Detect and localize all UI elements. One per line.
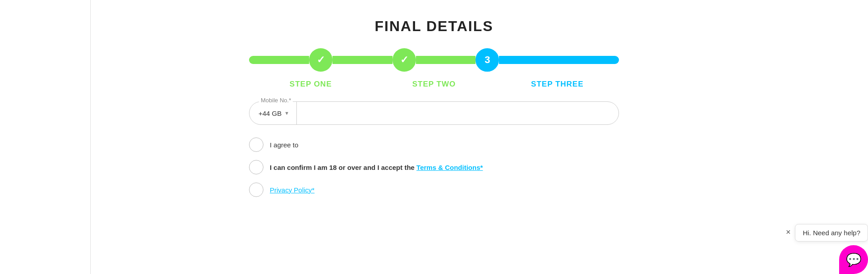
privacy-label: Privacy Policy*	[270, 186, 314, 194]
step1-label: STEP ONE	[249, 80, 372, 89]
step3-connector	[499, 56, 559, 64]
step3-number: 3	[485, 54, 490, 66]
terms-row: I can confirm I am 18 or over and I acce…	[249, 160, 619, 174]
mobile-field-inner: +44 GB ▼	[249, 101, 619, 125]
step3-circle: 3	[476, 48, 499, 72]
chevron-down-icon: ▼	[284, 110, 289, 116]
terms-label-start: I can confirm I am 18 or over and I acce…	[270, 164, 416, 171]
chat-bubble-container: × Hi. Need any help?	[786, 224, 868, 245]
agree-checkbox[interactable]	[249, 137, 263, 152]
page-title: FINAL DETAILS	[374, 18, 493, 35]
stepper: ✓ ✓ 3	[249, 48, 619, 72]
step3-bar-right	[559, 56, 619, 64]
main-container: FINAL DETAILS ✓ ✓ 3 STEP ONE STEP TWO ST…	[217, 9, 651, 197]
chat-bubble-icon: 💬	[846, 252, 862, 267]
privacy-checkbox[interactable]	[249, 183, 263, 197]
step1-circle: ✓	[309, 48, 332, 72]
mobile-number-input[interactable]	[297, 109, 619, 117]
agree-row: I agree to	[249, 137, 619, 152]
country-selector[interactable]: +44 GB ▼	[249, 102, 297, 124]
chat-close-button[interactable]: ×	[786, 228, 791, 237]
step3-label: STEP THREE	[496, 80, 619, 89]
step2-circle: ✓	[392, 48, 416, 72]
terms-link[interactable]: Terms & Conditions*	[416, 164, 483, 171]
step2-connector-right	[416, 56, 476, 64]
mobile-field-wrapper: Mobile No.* +44 GB ▼	[249, 101, 619, 125]
chat-message: Hi. Need any help?	[795, 224, 868, 242]
chat-widget: × Hi. Need any help? 💬	[786, 224, 868, 274]
step2-label: STEP TWO	[372, 80, 495, 89]
left-sidebar-line	[90, 0, 91, 274]
step1-bar-left	[249, 56, 309, 64]
country-code: +44 GB	[259, 110, 282, 117]
chat-open-button[interactable]: 💬	[839, 245, 868, 274]
checkbox-section: I agree to I can confirm I am 18 or over…	[249, 137, 619, 197]
privacy-row: Privacy Policy*	[249, 183, 619, 197]
step-labels: STEP ONE STEP TWO STEP THREE	[249, 80, 619, 89]
agree-label: I agree to	[270, 141, 298, 149]
mobile-field-label: Mobile No.*	[259, 97, 293, 104]
terms-checkbox[interactable]	[249, 160, 263, 174]
step1-connector	[332, 56, 392, 64]
privacy-link[interactable]: Privacy Policy*	[270, 186, 314, 194]
terms-label: I can confirm I am 18 or over and I acce…	[270, 164, 483, 171]
